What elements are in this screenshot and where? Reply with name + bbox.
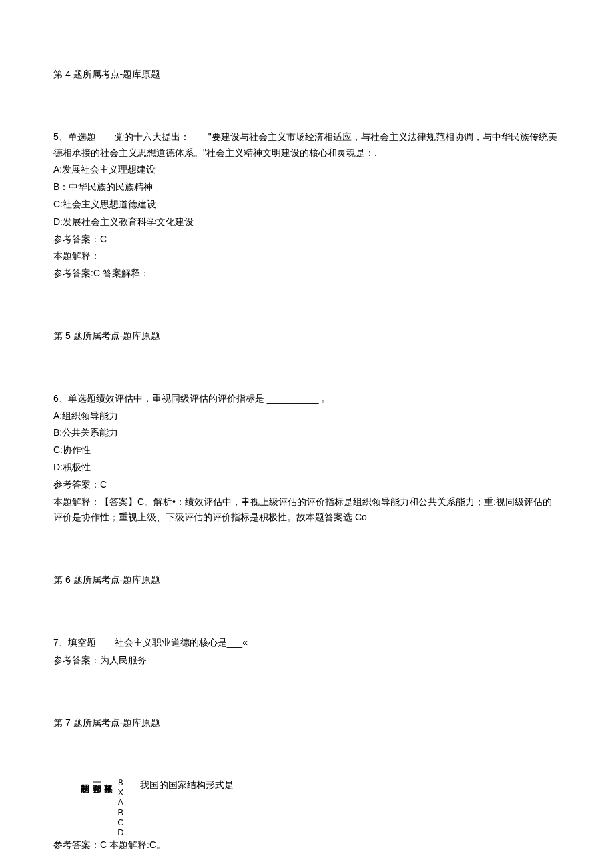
q5-stem: 5、单选题 党的十六大提出： "要建设与社会主义市场经济相适应，与社会主义法律规… [53,129,561,161]
q6-stem: 6、单选题绩效评估中，重视同级评估的评价指标是 __________ 。 [53,391,561,407]
q5-explain-label: 本题解释： [53,248,561,264]
q5-option-a: A:发展社会主义理想建设 [53,162,561,178]
q6-option-d: D:积极性 [53,460,561,476]
q6-option-b: B:公共关系能力 [53,425,561,441]
q5-option-b: B：中华民族的民族精神 [53,179,561,195]
q8-answer: 参考答案：C 本题解释:C。 [53,837,561,853]
q5-reference: 第 5 题所属考点-题库原题 [53,328,561,344]
q4-reference: 第 4 题所属考点-题库原题 [53,67,561,83]
q7-reference: 第 7 题所属考点-题库原题 [53,715,561,731]
q6-explain-text: 本题解释：【答案】C。解析•：绩效评估中，聿视上级评估的评价指标是组织领导能力和… [53,494,561,526]
q6-option-c: C:协作性 [53,442,561,458]
q7-answer: 参考答案：为人民服务 [53,653,561,669]
q7-stem: 7、填空题 社会主义职业道德的核心是___« [53,635,561,651]
q8-vertical-block: 题制制制制选 和合一邦合和 复单联邦单共 8XABCD 我国的国家结构形式是 [80,777,561,837]
q6-reference: 第 6 题所属考点-题库原题 [53,572,561,588]
q6-option-a: A:组织领导能力 [53,408,561,424]
q5-explain-text: 参考答案:C 答案解释： [53,266,561,282]
q5-option-d: D:发展社会主义教育科学文化建设 [53,214,561,230]
q5-option-c: C:社会主义思想道德建设 [53,197,561,213]
q8-vert-col1: 8XABCD [115,777,126,837]
q8-horizontal-label: 我国的国家结构形式是 [140,777,234,793]
q5-answer: 参考答案：C [53,232,561,248]
q6-answer: 参考答案：C [53,477,561,493]
